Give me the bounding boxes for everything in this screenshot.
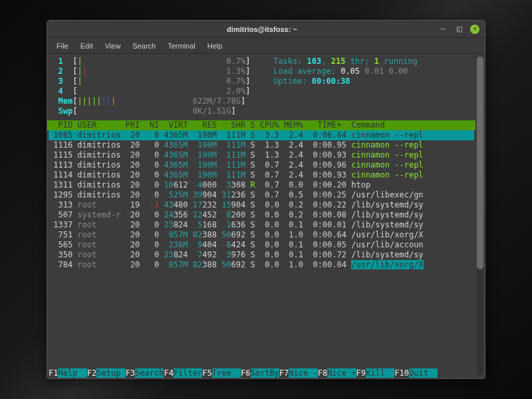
table-row[interactable]: 1311 dimitrios 20 0 10612 4000 3308 R 0.… (49, 180, 474, 190)
table-row[interactable]: 313 root 19 -1 43480 17232 15904 S 0.0 0… (49, 200, 474, 210)
menu-help[interactable]: Help (202, 41, 228, 51)
terminal-content[interactable]: 1 [| 0.7%] 2 [|| 1.3%] 3 [| 0.7%] 4 [ 2.… (47, 54, 485, 378)
table-row[interactable]: 1085 dimitrios 20 0 4365M 190M 111M S 3.… (49, 130, 474, 140)
table-row[interactable]: 1114 dimitrios 20 0 4365M 190M 111M S 0.… (49, 170, 474, 180)
table-row[interactable]: 1113 dimitrios 20 0 4365M 190M 111M S 0.… (49, 160, 474, 170)
scrollbar-thumb[interactable] (477, 57, 483, 269)
table-row[interactable]: 565 root 20 0 236M 9404 8424 S 0.0 0.1 0… (49, 240, 474, 250)
titlebar[interactable]: dimitrios@itsfoss: ~ ─ ◱ ✕ (47, 21, 485, 38)
process-table[interactable]: 1085 dimitrios 20 0 4365M 190M 111M S 3.… (47, 130, 475, 270)
window-title: dimitrios@itsfoss: ~ (86, 25, 438, 33)
process-columns[interactable]: PID USER PRI NI VIRT RES SHR S CPU% MEM%… (47, 120, 475, 130)
table-row[interactable]: 1295 dimitrios 20 0 525M 39904 31236 S 0… (49, 190, 474, 200)
menu-terminal[interactable]: Terminal (162, 41, 201, 51)
maximize-button[interactable]: ◱ (454, 25, 464, 34)
table-row[interactable]: 350 root 20 0 23824 7492 3976 S 0.0 0.1 … (49, 250, 474, 260)
menu-search[interactable]: Search (127, 41, 161, 51)
table-row[interactable]: 784 root 20 0 857M 82388 50692 S 0.0 1.0… (49, 260, 474, 270)
close-button[interactable]: ✕ (470, 25, 479, 34)
terminal-window: dimitrios@itsfoss: ~ ─ ◱ ✕ File Edit Vie… (47, 20, 485, 379)
table-row[interactable]: 751 root 20 0 857M 82388 50692 S 0.0 1.0… (49, 230, 474, 240)
menu-view[interactable]: View (100, 41, 126, 51)
table-row[interactable]: 1337 root 20 0 23824 5168 1636 S 0.0 0.1… (49, 220, 474, 230)
menu-file[interactable]: File (51, 41, 74, 51)
table-row[interactable]: 1115 dimitrios 20 0 4365M 190M 111M S 1.… (49, 150, 474, 160)
minimize-button[interactable]: ─ (438, 25, 448, 34)
fkey-bar[interactable]: F1Help F2Setup F3SearchF4FilterF5Tree F6… (47, 368, 475, 378)
htop-meters: 1 [| 0.7%] 2 [|| 1.3%] 3 [| 0.7%] 4 [ 2.… (47, 54, 475, 120)
table-row[interactable]: 507 systemd-r 20 0 24356 12452 8200 S 0.… (49, 210, 474, 220)
menu-edit[interactable]: Edit (75, 41, 98, 51)
menubar: File Edit View Search Terminal Help (47, 38, 485, 54)
table-row[interactable]: 1116 dimitrios 20 0 4365M 190M 111M S 1.… (49, 140, 474, 150)
